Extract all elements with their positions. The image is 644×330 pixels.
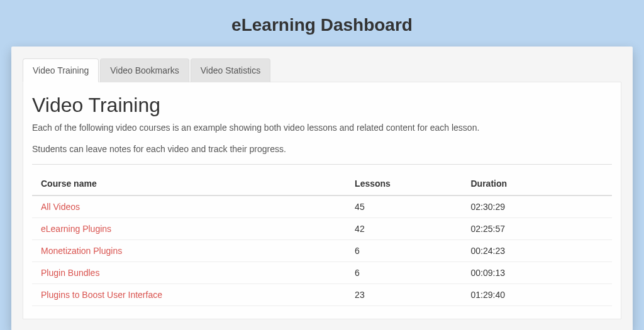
th-course-name: Course name xyxy=(32,172,351,195)
lessons-cell: 6 xyxy=(351,240,467,262)
table-row: eLearning Plugins 42 02:25:57 xyxy=(32,218,612,240)
content-title: Video Training xyxy=(32,94,612,117)
course-link[interactable]: All Videos xyxy=(41,202,80,212)
course-link[interactable]: Monetization Plugins xyxy=(41,246,122,256)
tabs-nav: Video Training Video Bookmarks Video Sta… xyxy=(23,58,621,82)
th-lessons: Lessons xyxy=(351,172,467,195)
table-row: All Videos 45 02:30:29 xyxy=(32,195,612,218)
course-link[interactable]: Plugin Bundles xyxy=(41,268,99,278)
duration-cell: 01:29:40 xyxy=(467,284,612,306)
content-description-2: Students can leave notes for each video … xyxy=(32,143,612,156)
lessons-cell: 6 xyxy=(351,262,467,284)
table-row: Plugin Bundles 6 00:09:13 xyxy=(32,262,612,284)
duration-cell: 02:30:29 xyxy=(467,195,612,218)
divider xyxy=(32,164,612,165)
course-link[interactable]: Plugins to Boost User Interface xyxy=(41,290,162,300)
courses-table: Course name Lessons Duration All Videos … xyxy=(32,172,612,306)
tab-video-training[interactable]: Video Training xyxy=(23,58,99,82)
lessons-cell: 42 xyxy=(351,218,467,240)
tab-video-bookmarks[interactable]: Video Bookmarks xyxy=(100,58,189,82)
duration-cell: 00:09:13 xyxy=(467,262,612,284)
lessons-cell: 45 xyxy=(351,195,467,218)
dashboard-panel: Video Training Video Bookmarks Video Sta… xyxy=(11,47,633,330)
tab-content: Video Training Each of the following vid… xyxy=(23,82,621,319)
duration-cell: 02:25:57 xyxy=(467,218,612,240)
content-description-1: Each of the following video courses is a… xyxy=(32,122,612,135)
table-row: Plugins to Boost User Interface 23 01:29… xyxy=(32,284,612,306)
duration-cell: 00:24:23 xyxy=(467,240,612,262)
th-duration: Duration xyxy=(467,172,612,195)
course-link[interactable]: eLearning Plugins xyxy=(41,224,111,234)
table-row: Monetization Plugins 6 00:24:23 xyxy=(32,240,612,262)
table-header-row: Course name Lessons Duration xyxy=(32,172,612,195)
lessons-cell: 23 xyxy=(351,284,467,306)
tab-video-statistics[interactable]: Video Statistics xyxy=(191,58,270,82)
page-title: eLearning Dashboard xyxy=(0,0,644,47)
